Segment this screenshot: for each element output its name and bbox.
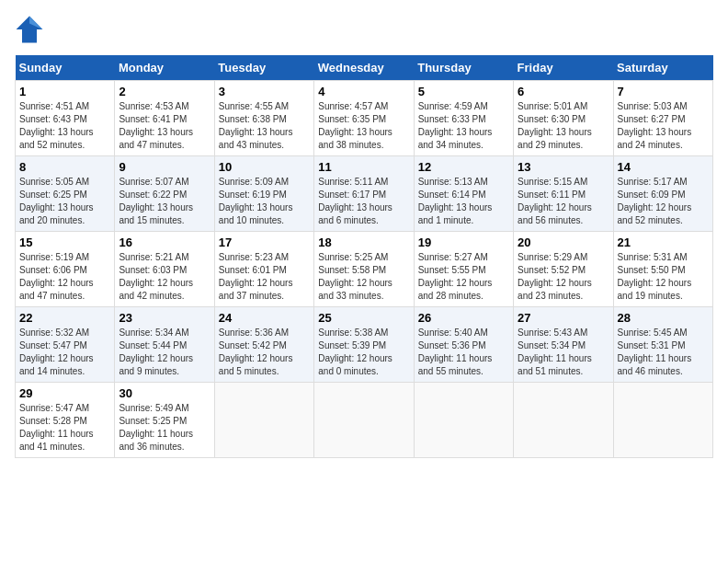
calendar-header: Sunday Monday Tuesday Wednesday Thursday…: [16, 55, 713, 81]
day-detail: Sunrise: 5:23 AM Sunset: 6:01 PM Dayligh…: [219, 251, 310, 303]
day-number: 5: [418, 85, 509, 98]
day-detail: Sunrise: 5:21 AM Sunset: 6:03 PM Dayligh…: [119, 251, 210, 303]
day-number: 6: [518, 85, 609, 98]
logo: [15, 15, 48, 44]
table-row: 17 Sunrise: 5:23 AM Sunset: 6:01 PM Dayl…: [214, 232, 313, 307]
day-number: 18: [318, 236, 409, 249]
calendar-row: 29 Sunrise: 5:47 AM Sunset: 5:28 PM Dayl…: [16, 383, 713, 458]
day-detail: Sunrise: 5:15 AM Sunset: 6:11 PM Dayligh…: [518, 176, 609, 227]
page-header: [15, 15, 713, 44]
day-detail: Sunrise: 5:09 AM Sunset: 6:19 PM Dayligh…: [219, 176, 310, 227]
empty-cell: [613, 383, 712, 458]
day-detail: Sunrise: 5:13 AM Sunset: 6:14 PM Dayligh…: [418, 176, 509, 227]
day-detail: Sunrise: 4:55 AM Sunset: 6:38 PM Dayligh…: [219, 100, 310, 152]
table-row: 18 Sunrise: 5:25 AM Sunset: 5:58 PM Dayl…: [314, 232, 414, 307]
col-friday: Friday: [514, 55, 613, 81]
table-row: 8 Sunrise: 5:05 AM Sunset: 6:25 PM Dayli…: [16, 156, 115, 232]
day-number: 13: [518, 160, 609, 174]
table-row: 25 Sunrise: 5:38 AM Sunset: 5:39 PM Dayl…: [314, 307, 414, 383]
day-detail: Sunrise: 5:38 AM Sunset: 5:39 PM Dayligh…: [318, 327, 409, 378]
table-row: 26 Sunrise: 5:40 AM Sunset: 5:36 PM Dayl…: [414, 307, 513, 383]
day-detail: Sunrise: 5:01 AM Sunset: 6:30 PM Dayligh…: [518, 100, 609, 152]
calendar-table: Sunday Monday Tuesday Wednesday Thursday…: [15, 55, 713, 458]
day-detail: Sunrise: 5:19 AM Sunset: 6:06 PM Dayligh…: [19, 251, 110, 303]
day-detail: Sunrise: 5:34 AM Sunset: 5:44 PM Dayligh…: [119, 327, 210, 378]
day-detail: Sunrise: 5:47 AM Sunset: 5:28 PM Dayligh…: [19, 402, 110, 454]
table-row: 24 Sunrise: 5:36 AM Sunset: 5:42 PM Dayl…: [214, 307, 313, 383]
day-number: 4: [318, 85, 409, 98]
table-row: 2 Sunrise: 4:53 AM Sunset: 6:41 PM Dayli…: [115, 81, 214, 156]
empty-cell: [214, 383, 313, 458]
day-number: 2: [119, 85, 210, 98]
day-detail: Sunrise: 5:45 AM Sunset: 5:31 PM Dayligh…: [618, 327, 709, 378]
day-number: 28: [618, 311, 709, 325]
day-number: 21: [618, 236, 709, 249]
table-row: 9 Sunrise: 5:07 AM Sunset: 6:22 PM Dayli…: [115, 156, 214, 232]
day-number: 12: [418, 160, 509, 174]
day-detail: Sunrise: 5:32 AM Sunset: 5:47 PM Dayligh…: [19, 327, 110, 378]
day-detail: Sunrise: 4:53 AM Sunset: 6:41 PM Dayligh…: [119, 100, 210, 152]
day-detail: Sunrise: 5:03 AM Sunset: 6:27 PM Dayligh…: [618, 100, 709, 152]
table-row: 4 Sunrise: 4:57 AM Sunset: 6:35 PM Dayli…: [314, 81, 414, 156]
day-number: 24: [219, 311, 310, 325]
day-detail: Sunrise: 5:27 AM Sunset: 5:55 PM Dayligh…: [418, 251, 509, 303]
day-number: 23: [119, 311, 210, 325]
table-row: 6 Sunrise: 5:01 AM Sunset: 6:30 PM Dayli…: [514, 81, 613, 156]
day-number: 30: [119, 386, 210, 400]
col-thursday: Thursday: [414, 55, 513, 81]
calendar-body: 1 Sunrise: 4:51 AM Sunset: 6:43 PM Dayli…: [16, 81, 713, 458]
table-row: 15 Sunrise: 5:19 AM Sunset: 6:06 PM Dayl…: [16, 232, 115, 307]
table-row: 10 Sunrise: 5:09 AM Sunset: 6:19 PM Dayl…: [214, 156, 313, 232]
table-row: 21 Sunrise: 5:31 AM Sunset: 5:50 PM Dayl…: [613, 232, 712, 307]
day-number: 9: [119, 160, 210, 174]
table-row: 11 Sunrise: 5:11 AM Sunset: 6:17 PM Dayl…: [314, 156, 414, 232]
table-row: 29 Sunrise: 5:47 AM Sunset: 5:28 PM Dayl…: [16, 383, 115, 458]
table-row: 20 Sunrise: 5:29 AM Sunset: 5:52 PM Dayl…: [514, 232, 613, 307]
day-number: 29: [19, 386, 110, 400]
table-row: 28 Sunrise: 5:45 AM Sunset: 5:31 PM Dayl…: [613, 307, 712, 383]
day-number: 17: [219, 236, 310, 249]
day-number: 15: [19, 236, 110, 249]
day-detail: Sunrise: 4:59 AM Sunset: 6:33 PM Dayligh…: [418, 100, 509, 152]
empty-cell: [514, 383, 613, 458]
day-detail: Sunrise: 5:49 AM Sunset: 5:25 PM Dayligh…: [119, 402, 210, 454]
day-number: 11: [318, 160, 409, 174]
day-number: 14: [618, 160, 709, 174]
day-number: 22: [19, 311, 110, 325]
day-detail: Sunrise: 4:57 AM Sunset: 6:35 PM Dayligh…: [318, 100, 409, 152]
table-row: 7 Sunrise: 5:03 AM Sunset: 6:27 PM Dayli…: [613, 81, 712, 156]
day-detail: Sunrise: 5:31 AM Sunset: 5:50 PM Dayligh…: [618, 251, 709, 303]
day-number: 16: [119, 236, 210, 249]
col-tuesday: Tuesday: [214, 55, 313, 81]
table-row: 5 Sunrise: 4:59 AM Sunset: 6:33 PM Dayli…: [414, 81, 513, 156]
day-number: 1: [19, 85, 110, 98]
table-row: 14 Sunrise: 5:17 AM Sunset: 6:09 PM Dayl…: [613, 156, 712, 232]
day-number: 26: [418, 311, 509, 325]
day-number: 19: [418, 236, 509, 249]
day-detail: Sunrise: 5:17 AM Sunset: 6:09 PM Dayligh…: [618, 176, 709, 227]
col-sunday: Sunday: [16, 55, 115, 81]
table-row: 27 Sunrise: 5:43 AM Sunset: 5:34 PM Dayl…: [514, 307, 613, 383]
weekday-header-row: Sunday Monday Tuesday Wednesday Thursday…: [16, 55, 713, 81]
col-wednesday: Wednesday: [314, 55, 414, 81]
day-number: 20: [518, 236, 609, 249]
day-detail: Sunrise: 5:07 AM Sunset: 6:22 PM Dayligh…: [119, 176, 210, 227]
calendar-row: 1 Sunrise: 4:51 AM Sunset: 6:43 PM Dayli…: [16, 81, 713, 156]
day-detail: Sunrise: 5:36 AM Sunset: 5:42 PM Dayligh…: [219, 327, 310, 378]
table-row: 22 Sunrise: 5:32 AM Sunset: 5:47 PM Dayl…: [16, 307, 115, 383]
table-row: 13 Sunrise: 5:15 AM Sunset: 6:11 PM Dayl…: [514, 156, 613, 232]
calendar-row: 22 Sunrise: 5:32 AM Sunset: 5:47 PM Dayl…: [16, 307, 713, 383]
day-detail: Sunrise: 5:40 AM Sunset: 5:36 PM Dayligh…: [418, 327, 509, 378]
day-number: 27: [518, 311, 609, 325]
day-detail: Sunrise: 5:11 AM Sunset: 6:17 PM Dayligh…: [318, 176, 409, 227]
calendar-row: 15 Sunrise: 5:19 AM Sunset: 6:06 PM Dayl…: [16, 232, 713, 307]
day-number: 7: [618, 85, 709, 98]
day-number: 8: [19, 160, 110, 174]
table-row: 16 Sunrise: 5:21 AM Sunset: 6:03 PM Dayl…: [115, 232, 214, 307]
table-row: 3 Sunrise: 4:55 AM Sunset: 6:38 PM Dayli…: [214, 81, 313, 156]
table-row: 12 Sunrise: 5:13 AM Sunset: 6:14 PM Dayl…: [414, 156, 513, 232]
day-detail: Sunrise: 5:05 AM Sunset: 6:25 PM Dayligh…: [19, 176, 110, 227]
calendar-row: 8 Sunrise: 5:05 AM Sunset: 6:25 PM Dayli…: [16, 156, 713, 232]
day-detail: Sunrise: 5:29 AM Sunset: 5:52 PM Dayligh…: [518, 251, 609, 303]
logo-icon: [15, 15, 44, 44]
